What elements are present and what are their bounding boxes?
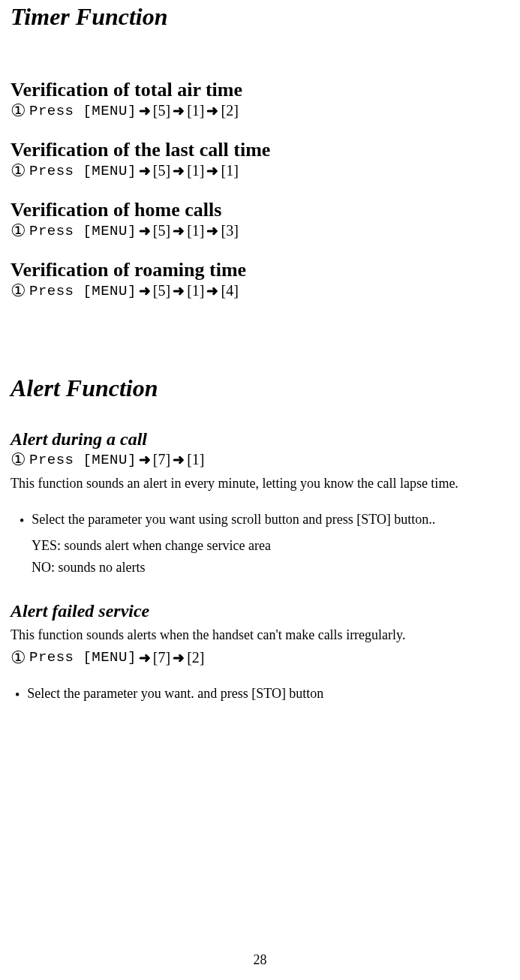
heading-last-call-time: Verification of the last call time (11, 139, 509, 161)
press-menu-text: Press [MENU] (29, 103, 137, 119)
arrow-icon: ➜ (173, 451, 185, 468)
press-menu-text: Press [MENU] (29, 452, 137, 468)
alert-during-bullet-text: Select the parameter you want using scro… (32, 512, 435, 528)
arrow-icon: ➜ (139, 162, 151, 179)
press-menu-text: Press [MENU] (29, 223, 137, 239)
page-number: 28 (0, 952, 520, 968)
alert-during-desc: This function sounds an alert in every m… (11, 474, 509, 492)
key-1: [1] (187, 282, 204, 299)
title-alert-function: Alert Function (11, 374, 509, 402)
arrow-icon: ➜ (206, 102, 218, 119)
key-1: [1] (187, 222, 204, 239)
key-5: [5] (153, 222, 170, 239)
bullet-icon: • (20, 513, 24, 529)
key-1: [1] (187, 451, 204, 468)
key-2: [2] (187, 649, 204, 666)
circled-one-icon: ① (11, 222, 26, 239)
arrow-icon: ➜ (173, 649, 185, 666)
key-4: [4] (221, 282, 238, 299)
arrow-icon: ➜ (139, 649, 151, 666)
press-menu-text: Press [MENU] (29, 163, 137, 179)
heading-alert-failed-service: Alert failed service (11, 601, 509, 621)
step-alert-during-call: ① Press [MENU] ➜ [7] ➜ [1] (11, 451, 509, 468)
circled-one-icon: ① (11, 282, 26, 299)
step-last-call-time: ① Press [MENU] ➜ [5] ➜ [1] ➜ [1] (11, 162, 509, 179)
arrow-icon: ➜ (206, 282, 218, 299)
press-menu-text: Press [MENU] (29, 283, 137, 299)
key-1: [1] (187, 102, 204, 119)
title-timer-function: Timer Function (11, 3, 509, 31)
alert-failed-bullet-text: Select the parameter you want. and press… (27, 686, 323, 702)
circled-one-icon: ① (11, 649, 26, 666)
key-3: [3] (221, 222, 238, 239)
key-7: [7] (153, 451, 170, 468)
key-1: [1] (187, 162, 204, 179)
step-roaming-time: ① Press [MENU] ➜ [5] ➜ [1] ➜ [4] (11, 282, 509, 299)
alert-failed-desc: This function sounds alerts when the han… (11, 626, 509, 644)
arrow-icon: ➜ (206, 162, 218, 179)
bullet-icon: • (15, 687, 20, 703)
key-5: [5] (153, 162, 170, 179)
circled-one-icon: ① (11, 451, 26, 468)
key-7: [7] (153, 649, 170, 666)
arrow-icon: ➜ (139, 282, 151, 299)
heading-home-calls: Verification of home calls (11, 199, 509, 221)
arrow-icon: ➜ (206, 222, 218, 239)
arrow-icon: ➜ (173, 282, 185, 299)
key-5: [5] (153, 282, 170, 299)
key-5: [5] (153, 102, 170, 119)
circled-one-icon: ① (11, 102, 26, 119)
alert-during-bullet: • Select the parameter you want using sc… (20, 512, 509, 529)
arrow-icon: ➜ (173, 222, 185, 239)
key-1b: [1] (221, 162, 238, 179)
heading-alert-during-call: Alert during a call (11, 429, 509, 449)
key-2: [2] (221, 102, 238, 119)
heading-total-air-time: Verification of total air time (11, 79, 509, 101)
arrow-icon: ➜ (173, 102, 185, 119)
arrow-icon: ➜ (139, 222, 151, 239)
step-home-calls: ① Press [MENU] ➜ [5] ➜ [1] ➜ [3] (11, 222, 509, 239)
arrow-icon: ➜ (139, 451, 151, 468)
circled-one-icon: ① (11, 162, 26, 179)
step-alert-failed-service: ① Press [MENU] ➜ [7] ➜ [2] (11, 649, 509, 666)
heading-roaming-time: Verification of roaming time (11, 259, 509, 281)
alert-during-no: NO: sounds no alerts (32, 560, 509, 576)
arrow-icon: ➜ (173, 162, 185, 179)
alert-during-yes: YES: sounds alert when change service ar… (32, 538, 509, 554)
alert-failed-bullet: • Select the parameter you want. and pre… (15, 686, 509, 703)
step-total-air-time: ① Press [MENU] ➜ [5] ➜ [1] ➜ [2] (11, 102, 509, 119)
arrow-icon: ➜ (139, 102, 151, 119)
press-menu-text: Press [MENU] (29, 649, 137, 666)
